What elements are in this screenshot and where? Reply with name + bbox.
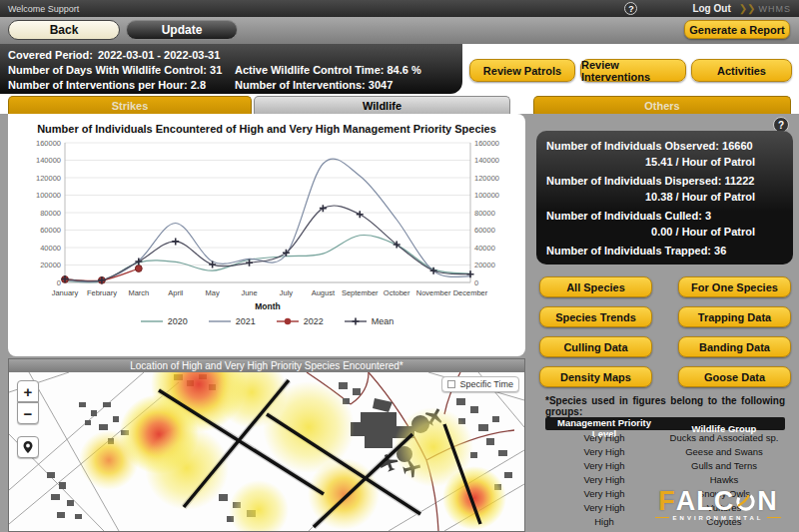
svg-text:January: January bbox=[51, 288, 78, 297]
svg-text:100000: 100000 bbox=[474, 191, 499, 200]
action-button-trapping-data[interactable]: Trapping Data bbox=[678, 306, 791, 327]
map-zoom-in-button[interactable]: + bbox=[17, 380, 39, 402]
species-table-row: Very HighDucks and Associated sp. bbox=[545, 430, 785, 444]
svg-text:60000: 60000 bbox=[40, 226, 61, 235]
svg-text:40000: 40000 bbox=[40, 244, 61, 253]
svg-text:0: 0 bbox=[56, 278, 60, 287]
active-time: Active Wildlife Control Time: 84.6 % bbox=[235, 64, 421, 76]
svg-text:140000: 140000 bbox=[35, 156, 60, 165]
legend-item-2020: 2020 bbox=[140, 316, 188, 326]
covered-period-value: 2022-03-01 - 2022-03-31 bbox=[98, 49, 220, 61]
brand-logo: ❯❯ WHMS bbox=[739, 3, 791, 14]
update-button[interactable]: Update bbox=[126, 20, 238, 40]
svg-text:October: October bbox=[383, 288, 409, 297]
species-note: *Species used in figures belong to the f… bbox=[545, 395, 785, 417]
svg-text:120000: 120000 bbox=[35, 174, 60, 183]
action-buttons-grid: All SpeciesFor One SpeciesSpecies Trends… bbox=[539, 276, 791, 387]
species-table-cell: Very High bbox=[545, 460, 663, 471]
svg-text:140000: 140000 bbox=[474, 156, 499, 165]
specific-time-toggle[interactable]: Specific Time bbox=[441, 376, 519, 392]
specific-time-label: Specific Time bbox=[459, 379, 513, 389]
falcon-sub-text: ENVIRONMENTAL bbox=[643, 515, 793, 521]
action-button-goose-data[interactable]: Goose Data bbox=[678, 366, 791, 387]
quick-button-review-patrols[interactable]: Review Patrols bbox=[469, 59, 575, 82]
quick-button-activities[interactable]: Activities bbox=[691, 59, 792, 82]
svg-text:March: March bbox=[128, 288, 149, 297]
quick-button-review-interventions[interactable]: Review Interventions bbox=[580, 59, 686, 82]
tab-others[interactable]: Others bbox=[533, 96, 791, 114]
interventions-per-hour: Number of Interventions per Hour: 2.8 bbox=[8, 79, 235, 91]
svg-text:Month: Month bbox=[255, 301, 281, 311]
svg-text:September: September bbox=[341, 288, 378, 297]
back-button[interactable]: Back bbox=[8, 20, 120, 40]
toolbar: Back Update Generate a Report bbox=[0, 17, 799, 44]
map-graphic bbox=[9, 372, 524, 531]
legend-item-mean: Mean bbox=[344, 316, 395, 326]
brand-text: WHMS bbox=[759, 4, 792, 14]
map-panel: Location of High and Very High Priority … bbox=[8, 358, 525, 532]
stat-label: Number of Individuals Dispersed: 11222 bbox=[546, 175, 783, 188]
species-table-row: Very HighGeese and Swans bbox=[545, 444, 785, 458]
action-button-species-trends[interactable]: Species Trends bbox=[539, 306, 652, 327]
help-icon[interactable]: ? bbox=[624, 2, 637, 15]
svg-text:20000: 20000 bbox=[474, 261, 495, 269]
action-button-banding-data[interactable]: Banding Data bbox=[678, 336, 791, 357]
species-table-cell: Ducks and Associated sp. bbox=[663, 432, 785, 443]
species-table-cell: Geese and Swans bbox=[663, 446, 785, 457]
species-table-row: HighCrows and Ravens bbox=[545, 528, 785, 532]
stat-label: Number of Individuals Observed: 16660 bbox=[546, 140, 783, 153]
svg-text:August: August bbox=[311, 288, 335, 297]
svg-text:80000: 80000 bbox=[40, 209, 61, 218]
svg-text:120000: 120000 bbox=[474, 174, 499, 183]
species-table-row: Very HighGulls and Terns bbox=[545, 458, 785, 472]
map-zoom-out-button[interactable]: − bbox=[17, 402, 39, 424]
interventions-total: Number of Interventions: 3047 bbox=[235, 79, 393, 91]
action-button-culling-data[interactable]: Culling Data bbox=[539, 336, 652, 357]
species-table-cell: Very High bbox=[545, 432, 663, 443]
svg-text:100000: 100000 bbox=[35, 191, 60, 200]
wildlife-dashboard: Welcome Support ? Log Out ❯❯ WHMS Back U… bbox=[0, 0, 799, 532]
legend-item-2021: 2021 bbox=[208, 316, 256, 326]
summary-panel: Covered Period: 2022-03-01 - 2022-03-31 … bbox=[0, 44, 462, 94]
legend-item-2022: 2022 bbox=[276, 316, 324, 326]
action-button-for-one-species[interactable]: For One Species bbox=[678, 276, 791, 297]
action-button-all-species[interactable]: All Species bbox=[539, 276, 652, 297]
stat-rate: 15.41 / Hour of Patrol bbox=[546, 156, 783, 169]
svg-text:60000: 60000 bbox=[474, 226, 495, 235]
svg-text:May: May bbox=[205, 288, 219, 297]
svg-text:July: July bbox=[279, 288, 293, 297]
stat-label: Number of Individuals Culled: 3 bbox=[546, 210, 783, 223]
tab-strikes[interactable]: Strikes bbox=[8, 96, 252, 114]
svg-text:160000: 160000 bbox=[35, 139, 60, 148]
map-locate-button[interactable] bbox=[17, 436, 39, 458]
svg-text:June: June bbox=[241, 288, 257, 297]
svg-text:160000: 160000 bbox=[474, 139, 499, 148]
chart-legend: 202020212022Mean bbox=[8, 316, 525, 326]
svg-text:20000: 20000 bbox=[40, 261, 61, 269]
action-button-density-maps[interactable]: Density Maps bbox=[539, 366, 652, 387]
specific-time-checkbox[interactable] bbox=[447, 380, 455, 388]
stats-panel: Number of Individuals Observed: 1666015.… bbox=[536, 131, 793, 265]
map-title: Location of High and Very High Priority … bbox=[9, 359, 524, 372]
airport-map[interactable]: + − Specific Time bbox=[9, 372, 524, 531]
svg-text:December: December bbox=[452, 288, 487, 297]
welcome-text: Welcome Support bbox=[8, 4, 79, 14]
logout-link[interactable]: Log Out bbox=[692, 3, 730, 14]
species-table-cell: Gulls and Terns bbox=[663, 460, 785, 471]
stat-label: Number of Individuals Trapped: 36 bbox=[546, 245, 783, 258]
generate-report-button[interactable]: Generate a Report bbox=[684, 20, 790, 39]
falcon-wordmark: FALC N bbox=[658, 488, 778, 514]
top-bar: Welcome Support ? Log Out ❯❯ WHMS bbox=[0, 0, 799, 17]
species-table-cell: Very High bbox=[545, 446, 663, 457]
falcon-wing-icon: ❯❯ bbox=[739, 3, 756, 14]
chart-title: Number of Individuals Encountered of Hig… bbox=[8, 114, 525, 135]
covered-period-label: Covered Period: bbox=[8, 49, 98, 61]
svg-text:0: 0 bbox=[474, 278, 478, 287]
falcon-environmental-logo: FALC N ENVIRONMENTAL bbox=[643, 481, 793, 527]
stat-rate: 10.38 / Hour of Patrol bbox=[546, 191, 783, 204]
tab-wildlife[interactable]: Wildlife bbox=[254, 96, 510, 114]
species-table-header: Management Priority LevelWildlife Group bbox=[545, 417, 785, 430]
stat-rate: 0.00 / Hour of Patrol bbox=[546, 226, 783, 239]
encounters-line-chart: 0020000200004000040000600006000080000800… bbox=[15, 137, 519, 316]
location-pin-icon bbox=[22, 440, 34, 454]
